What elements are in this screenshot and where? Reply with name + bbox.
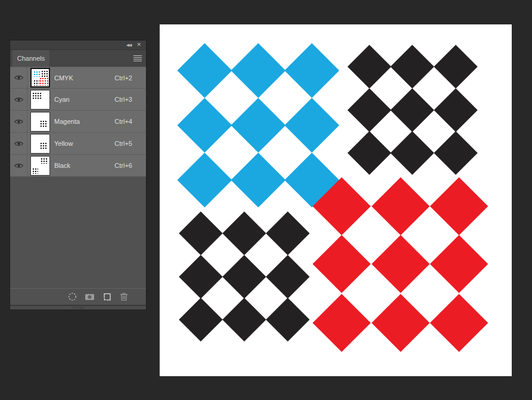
tab-channels-label: Channels — [17, 55, 45, 62]
eye-icon — [14, 97, 23, 102]
halftone-dots — [41, 70, 48, 77]
channel-thumbnail-cyan[interactable] — [30, 90, 50, 110]
trash-icon — [120, 292, 128, 301]
channel-shortcut: Ctrl+6 — [114, 162, 132, 169]
red-bottom-right-diamond — [371, 293, 430, 352]
panel-menu-icon[interactable] — [133, 55, 142, 61]
channel-thumbnail-magenta[interactable] — [30, 112, 50, 132]
channel-shortcut: Ctrl+4 — [114, 118, 132, 125]
black-bottom-left-diamond — [179, 211, 223, 255]
black-top-right-diamond — [347, 88, 391, 132]
visibility-toggle-black[interactable] — [10, 155, 27, 176]
black-top-right-diamond — [434, 45, 478, 89]
new-page-icon — [102, 292, 111, 302]
black-bottom-left-diamond — [266, 255, 310, 299]
load-channel-as-selection-button[interactable] — [67, 292, 77, 302]
halftone-dots — [32, 168, 38, 174]
visibility-toggle-yellow[interactable] — [10, 133, 27, 154]
cyan-top-left-diamond — [177, 43, 232, 98]
channel-shortcut: Ctrl+5 — [114, 140, 132, 147]
panel-empty-area — [10, 177, 146, 288]
halftone-dots — [39, 77, 48, 86]
panel-toolbar — [10, 288, 146, 305]
black-top-right-diamond — [434, 88, 478, 132]
channel-shortcut: Ctrl+3 — [114, 96, 132, 103]
red-bottom-right-diamond — [371, 235, 430, 293]
channel-row-magenta[interactable]: MagentaCtrl+4 — [10, 111, 146, 133]
red-bottom-right-diamond — [312, 293, 371, 352]
black-bottom-left-diamond — [179, 298, 223, 342]
black-bottom-left-diamond — [266, 211, 310, 255]
black-bottom-left-diamond — [222, 298, 266, 342]
black-bottom-left-diamond — [266, 298, 310, 342]
eye-icon — [14, 75, 23, 80]
cyan-top-left-diamond — [177, 152, 232, 207]
close-panel-icon[interactable]: ✕ — [136, 42, 141, 48]
panel-tab-bar: Channels — [10, 50, 146, 67]
channel-row-cmyk[interactable]: CMYKCtrl+2 — [10, 67, 146, 89]
black-bottom-left-diamond — [222, 211, 266, 255]
channel-name: CMYK — [54, 74, 114, 82]
black-top-right-diamond — [390, 88, 434, 132]
black-top-right-diamond — [347, 45, 391, 89]
channel-name: Yellow — [54, 140, 114, 147]
cyan-top-left-diamond — [231, 43, 285, 98]
channel-name: Black — [54, 162, 114, 169]
create-new-channel-button[interactable] — [101, 292, 112, 302]
eye-icon — [14, 141, 23, 146]
channel-row-yellow[interactable]: YellowCtrl+5 — [10, 133, 146, 155]
channel-name: Cyan — [54, 96, 114, 103]
tab-channels[interactable]: Channels — [13, 50, 49, 67]
channels-panel: ◀◀ ✕ Channels CMYKCtrl+2CyanCtrl+3Magent… — [10, 40, 146, 310]
halftone-dots — [33, 71, 41, 77]
eye-icon — [14, 163, 23, 168]
red-bottom-right-diamond — [430, 235, 488, 293]
black-top-right-diamond — [434, 131, 478, 175]
save-selection-as-channel-button[interactable] — [84, 292, 95, 302]
channel-shortcut: Ctrl+2 — [114, 74, 132, 82]
channel-thumbnail-yellow[interactable] — [30, 134, 50, 154]
cyan-top-left-diamond — [231, 98, 285, 152]
red-bottom-right-diamond — [430, 293, 488, 352]
panel-topbar: ◀◀ ✕ — [10, 40, 146, 50]
channel-thumbnail-cmyk[interactable] — [30, 68, 50, 88]
circle-in-rect-icon — [85, 292, 95, 301]
cyan-top-left-diamond — [231, 152, 285, 207]
halftone-dots — [40, 142, 48, 150]
black-top-right-diamond — [390, 45, 434, 89]
panel-resize-strip[interactable] — [10, 305, 146, 310]
red-bottom-right-diamond — [312, 235, 371, 293]
channel-row-cyan[interactable]: CyanCtrl+3 — [10, 89, 146, 111]
visibility-toggle-cyan[interactable] — [10, 89, 27, 110]
halftone-dots — [40, 120, 48, 128]
black-bottom-left-diamond — [222, 255, 266, 299]
cyan-top-left-diamond — [177, 98, 232, 152]
cyan-top-left-diamond — [284, 98, 339, 152]
cyan-top-left-diamond — [284, 43, 339, 98]
channel-row-black[interactable]: BlackCtrl+6 — [10, 155, 146, 177]
black-top-right-diamond — [390, 131, 434, 175]
visibility-toggle-cmyk[interactable] — [10, 67, 27, 88]
visibility-toggle-magenta[interactable] — [10, 111, 27, 132]
red-bottom-right-diamond — [371, 177, 430, 235]
black-bottom-left-diamond — [179, 255, 223, 299]
halftone-dots — [33, 80, 39, 86]
channel-name: Magenta — [54, 118, 114, 125]
dashed-circle-icon — [68, 292, 77, 301]
document-canvas[interactable] — [160, 24, 512, 376]
resize-grip-icon — [73, 307, 84, 309]
channel-thumbnail-black[interactable] — [30, 156, 50, 176]
collapse-panel-icon[interactable]: ◀◀ — [126, 43, 132, 47]
red-bottom-right-diamond — [430, 177, 488, 235]
black-top-right-diamond — [347, 131, 391, 175]
delete-channel-button[interactable] — [119, 292, 129, 302]
halftone-dots — [32, 92, 42, 99]
channel-list: CMYKCtrl+2CyanCtrl+3MagentaCtrl+4YellowC… — [10, 67, 146, 177]
halftone-dots — [41, 158, 48, 164]
eye-icon — [14, 119, 23, 124]
